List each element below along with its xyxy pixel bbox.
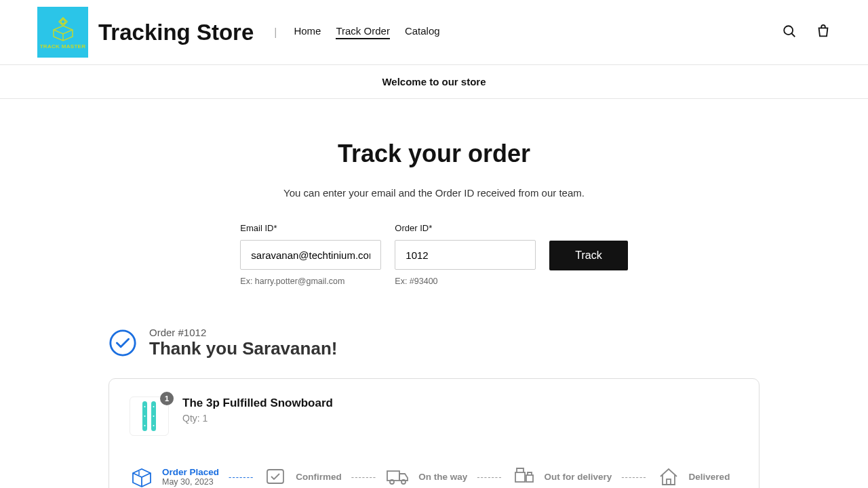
thank-you-text: Thank you Saravanan! bbox=[149, 338, 337, 359]
delivery-icon bbox=[512, 464, 536, 488]
house-icon bbox=[656, 464, 681, 488]
email-field[interactable] bbox=[240, 240, 381, 270]
order-label: Order ID* bbox=[395, 223, 536, 233]
step-label: Confirmed bbox=[296, 472, 342, 482]
nav-catalog[interactable]: Catalog bbox=[405, 25, 440, 39]
logo-text: TRACK MASTER bbox=[40, 43, 86, 49]
svg-rect-12 bbox=[387, 471, 399, 481]
product-row: 1 The 3p Fulfilled Snowboard Qty: 1 bbox=[130, 396, 738, 436]
page-title: Track your order bbox=[108, 140, 760, 168]
nav-track-order[interactable]: Track Order bbox=[336, 25, 389, 39]
check-circle-icon bbox=[108, 329, 137, 357]
main-header: TRACK MASTER Tracking Store | Home Track… bbox=[0, 0, 868, 65]
svg-rect-16 bbox=[526, 475, 533, 482]
svg-point-6 bbox=[144, 415, 146, 417]
product-thumbnail: 1 bbox=[130, 396, 169, 436]
svg-point-5 bbox=[144, 406, 146, 407]
svg-point-10 bbox=[153, 425, 155, 426]
svg-point-7 bbox=[144, 425, 146, 426]
svg-point-0 bbox=[784, 26, 793, 35]
search-icon[interactable] bbox=[782, 24, 797, 41]
divider: | bbox=[274, 26, 277, 39]
main-content: Track your order You can enter your emai… bbox=[95, 99, 773, 488]
connector: ------- bbox=[351, 472, 376, 482]
svg-rect-15 bbox=[515, 472, 525, 482]
track-button[interactable]: Track bbox=[549, 241, 627, 270]
store-name[interactable]: Tracking Store bbox=[98, 20, 254, 45]
step-label: Delivered bbox=[689, 472, 730, 482]
step-delivered: Delivered bbox=[656, 464, 730, 488]
svg-point-2 bbox=[111, 331, 135, 355]
box-pin-icon bbox=[50, 15, 77, 42]
order-hint: Ex: #93400 bbox=[395, 277, 536, 286]
check-box-icon bbox=[263, 464, 288, 488]
cart-icon[interactable] bbox=[816, 24, 831, 41]
qty-badge: 1 bbox=[160, 392, 174, 405]
truck-icon bbox=[386, 464, 410, 488]
email-label: Email ID* bbox=[240, 223, 381, 233]
main-nav: Home Track Order Catalog bbox=[294, 25, 439, 39]
order-id-line: Order #1012 bbox=[149, 327, 337, 338]
result-section: Order #1012 Thank you Saravanan! 1 The 3… bbox=[108, 327, 760, 488]
nav-home[interactable]: Home bbox=[294, 25, 321, 39]
order-group: Order ID* Ex: #93400 bbox=[395, 223, 536, 286]
step-label: On the way bbox=[418, 472, 467, 482]
product-qty: Qty: 1 bbox=[182, 413, 333, 424]
connector: ------- bbox=[477, 472, 502, 482]
header-actions bbox=[782, 24, 831, 41]
result-header: Order #1012 Thank you Saravanan! bbox=[108, 327, 760, 359]
svg-point-8 bbox=[153, 406, 155, 407]
svg-rect-17 bbox=[667, 479, 671, 485]
svg-line-1 bbox=[791, 33, 795, 37]
step-confirmed: Confirmed bbox=[263, 464, 342, 488]
step-on-the-way: On the way bbox=[386, 464, 467, 488]
step-label: Order Placed bbox=[162, 467, 219, 477]
email-hint: Ex: harry.potter@gmail.com bbox=[240, 277, 381, 286]
step-out-for-delivery: Out for delivery bbox=[512, 464, 612, 488]
page-subtitle: You can enter your email and the Order I… bbox=[108, 187, 760, 199]
product-name: The 3p Fulfilled Snowboard bbox=[182, 396, 333, 410]
svg-rect-11 bbox=[267, 470, 283, 483]
connector: ------- bbox=[229, 472, 254, 482]
snowboard-icon bbox=[137, 400, 161, 432]
step-label: Out for delivery bbox=[545, 472, 612, 482]
step-order-placed: Order Placed May 30, 2023 bbox=[130, 464, 219, 488]
svg-point-9 bbox=[153, 415, 155, 417]
order-field[interactable] bbox=[395, 240, 536, 270]
progress-tracker: Order Placed May 30, 2023 ------- Confir… bbox=[130, 464, 738, 488]
step-date: May 30, 2023 bbox=[162, 477, 219, 487]
order-card: 1 The 3p Fulfilled Snowboard Qty: 1 Orde… bbox=[108, 378, 760, 488]
store-logo[interactable]: TRACK MASTER bbox=[37, 7, 88, 58]
email-group: Email ID* Ex: harry.potter@gmail.com bbox=[240, 223, 381, 286]
connector: ------- bbox=[621, 472, 646, 482]
box-icon bbox=[130, 464, 154, 488]
track-form: Email ID* Ex: harry.potter@gmail.com Ord… bbox=[108, 223, 760, 286]
welcome-banner: Welcome to our store bbox=[0, 65, 868, 99]
